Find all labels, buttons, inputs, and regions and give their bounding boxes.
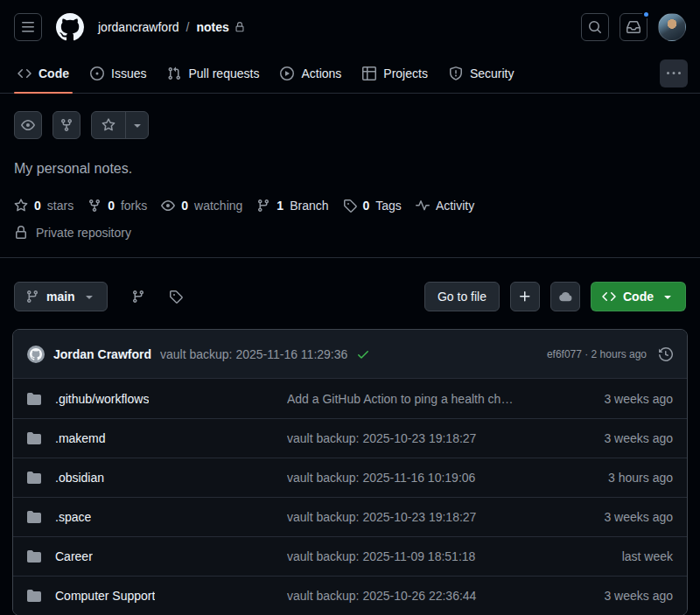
folder-icon: [27, 589, 41, 603]
commit-sha-and-time[interactable]: ef6f077 · 2 hours ago: [547, 348, 647, 360]
breadcrumb-repo-link[interactable]: notes: [197, 20, 229, 34]
commit-message[interactable]: vault backup: 2025-11-16 11:29:36: [160, 347, 347, 361]
tab-pull-requests[interactable]: Pull requests: [157, 53, 270, 93]
git-pull-request-icon: [167, 66, 181, 80]
search-button[interactable]: [581, 13, 609, 41]
star-icon: [14, 199, 28, 213]
triangle-down-icon: [82, 290, 96, 304]
tab-code[interactable]: Code: [7, 53, 80, 93]
commit-author-name[interactable]: Jordan Crawford: [53, 347, 151, 361]
file-name-link[interactable]: Career: [55, 549, 93, 563]
stat-label: watching: [194, 199, 242, 213]
commit-history-button[interactable]: [659, 347, 673, 361]
triangle-down-icon: [661, 290, 675, 304]
eye-icon: [161, 199, 175, 213]
user-avatar[interactable]: [658, 13, 686, 41]
file-commit-message-link[interactable]: vault backup: 2025-10-23 19:18:27: [287, 431, 550, 445]
folder-icon: [27, 549, 41, 563]
file-commit-time-link[interactable]: 3 hours ago: [550, 471, 673, 485]
tag-icon: [169, 290, 183, 304]
table-row: .makemd vault backup: 2025-10-23 19:18:2…: [13, 418, 687, 458]
commit-author-avatar[interactable]: [27, 346, 45, 363]
watch-button[interactable]: [14, 111, 42, 139]
stat-branches[interactable]: 1 Branch: [256, 199, 328, 213]
checks-passed-icon[interactable]: [356, 347, 370, 361]
file-commit-message-link[interactable]: vault backup: 2025-10-23 19:18:27: [287, 510, 550, 524]
file-commit-time-link[interactable]: 3 weeks ago: [550, 392, 673, 406]
private-lock-icon: [234, 22, 245, 32]
stat-value: 0: [363, 199, 370, 213]
file-commit-time-link[interactable]: 3 weeks ago: [550, 510, 673, 524]
branch-selector-button[interactable]: main: [14, 282, 108, 311]
stat-stars[interactable]: 0 stars: [14, 199, 74, 213]
file-commit-message-link[interactable]: vault backup: 2025-11-09 18:51:18: [287, 549, 550, 563]
tags-link-button[interactable]: [169, 290, 183, 304]
tab-security[interactable]: Security: [438, 53, 525, 93]
tab-projects[interactable]: Projects: [352, 53, 438, 93]
folder-icon: [27, 392, 41, 406]
search-icon: [588, 20, 602, 34]
shield-icon: [449, 66, 463, 80]
repo-header-section: My personal notes. 0 stars 0 forks 0 wat…: [0, 94, 700, 258]
tab-actions[interactable]: Actions: [270, 53, 352, 93]
file-commit-time-link[interactable]: 3 weeks ago: [550, 589, 673, 603]
file-commit-time-link[interactable]: last week: [550, 549, 673, 563]
tab-label: Issues: [111, 66, 146, 80]
stat-label: forks: [121, 199, 147, 213]
play-circle-icon: [280, 66, 294, 80]
stat-tags[interactable]: 0 Tags: [343, 199, 402, 213]
stat-label: Tags: [375, 199, 402, 213]
stat-forks[interactable]: 0 forks: [88, 199, 147, 213]
file-name-cell: Computer Support: [27, 589, 287, 603]
go-to-file-button[interactable]: Go to file: [424, 282, 500, 311]
file-commit-time-link[interactable]: 3 weeks ago: [550, 431, 673, 445]
file-name-link[interactable]: Computer Support: [55, 589, 155, 603]
visibility-label: Private repository: [36, 226, 131, 240]
fork-button[interactable]: [52, 111, 80, 139]
toolbar-right-group: Go to file Code: [424, 282, 686, 311]
tag-icon: [343, 199, 357, 213]
code-icon: [18, 66, 32, 80]
file-name-link[interactable]: .makemd: [55, 431, 106, 445]
code-dropdown-button[interactable]: Code: [591, 282, 686, 311]
pulse-icon: [416, 199, 430, 213]
star-button[interactable]: [92, 112, 125, 138]
stat-watching[interactable]: 0 watching: [161, 199, 242, 213]
inbox-icon: [626, 20, 640, 34]
folder-icon: [27, 431, 41, 445]
file-name-link[interactable]: .github/workflows: [55, 392, 149, 406]
stat-value: 0: [181, 199, 188, 213]
code-icon: [602, 290, 616, 304]
git-branch-icon: [131, 290, 145, 304]
current-branch-label: main: [46, 290, 75, 304]
repo-visibility-row: Private repository: [0, 226, 700, 240]
table-row: Career vault backup: 2025-11-09 18:51:18…: [13, 536, 687, 576]
github-logo-icon[interactable]: [56, 13, 84, 41]
file-name-link[interactable]: .space: [55, 510, 91, 524]
repo-forked-icon: [88, 199, 102, 213]
stat-activity[interactable]: Activity: [416, 199, 474, 213]
table-row: .github/workflows Add a GitHub Action to…: [13, 379, 687, 418]
tab-label: Code: [38, 66, 69, 80]
file-commit-message-link[interactable]: vault backup: 2025-10-26 22:36:44: [287, 589, 550, 603]
branches-link-button[interactable]: [131, 290, 145, 304]
breadcrumb-owner-link[interactable]: jordancrawford: [98, 20, 179, 34]
star-split-button: [91, 111, 149, 139]
agent-tasks-button[interactable]: [550, 282, 580, 311]
file-commit-message-link[interactable]: Add a GitHub Action to ping a health ch…: [287, 392, 550, 406]
file-commit-message-link[interactable]: vault backup: 2025-11-16 10:19:06: [287, 471, 550, 485]
nav-overflow-button[interactable]: [660, 59, 688, 87]
triangle-down-icon: [130, 118, 144, 132]
latest-commit-bar: Jordan Crawford vault backup: 2025-11-16…: [13, 330, 687, 379]
tab-label: Pull requests: [188, 66, 259, 80]
tab-label: Security: [470, 66, 514, 80]
hamburger-menu-button[interactable]: [14, 13, 42, 41]
tab-issues[interactable]: Issues: [80, 53, 157, 93]
add-file-button[interactable]: [510, 282, 540, 311]
file-name-cell: .github/workflows: [27, 392, 287, 406]
star-dropdown-button[interactable]: [125, 112, 148, 138]
file-name-link[interactable]: .obsidian: [55, 471, 104, 485]
file-toolbar: main Go to file Code: [14, 282, 686, 311]
stat-label: stars: [47, 199, 74, 213]
star-icon: [102, 118, 116, 132]
